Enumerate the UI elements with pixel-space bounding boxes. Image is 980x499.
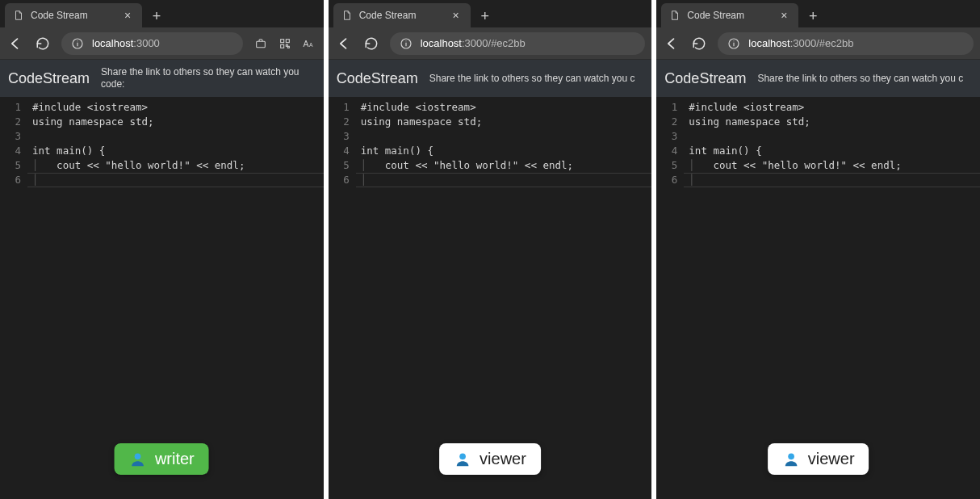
info-icon[interactable]: [71, 37, 84, 50]
briefcase-icon[interactable]: [253, 36, 269, 52]
line-number: 1: [660, 100, 677, 115]
svg-point-19: [788, 453, 794, 459]
svg-text:A: A: [303, 38, 308, 48]
line-number: 2: [3, 115, 21, 129]
svg-rect-8: [287, 46, 289, 48]
url-host: localhost: [748, 37, 789, 49]
url-input[interactable]: localhost:3000/#ec2bb: [718, 32, 974, 55]
app-logo: CodeStream: [664, 70, 746, 87]
browser-tab-bar: Code Stream×+: [656, 0, 980, 27]
role-label: viewer: [480, 450, 526, 468]
textsize-icon[interactable]: AA: [301, 36, 317, 52]
info-icon[interactable]: [727, 37, 740, 50]
new-tab-button[interactable]: +: [145, 5, 168, 27]
code-line[interactable]: [689, 129, 975, 144]
code-editor[interactable]: 123456#include <iostream>using namespace…: [656, 97, 980, 499]
url-path: :3000: [133, 37, 160, 49]
code-editor[interactable]: 123456#include <iostream>using namespace…: [329, 97, 652, 499]
code-line[interactable]: #include <iostream>: [32, 100, 319, 115]
code-line[interactable]: │: [689, 173, 975, 187]
line-number: 5: [3, 158, 21, 173]
code-line[interactable]: #include <iostream>: [361, 100, 647, 115]
svg-point-14: [405, 40, 406, 41]
code-line[interactable]: using namespace std;: [689, 115, 975, 129]
code-editor[interactable]: 123456#include <iostream>using namespace…: [0, 97, 324, 499]
code-line[interactable]: int main() {: [689, 144, 975, 158]
url-path: :3000/#ec2bb: [790, 37, 854, 49]
app-tagline: Share the link to others so they can wat…: [101, 66, 316, 90]
role-badge: viewer: [768, 443, 869, 475]
close-icon[interactable]: ×: [121, 9, 134, 22]
back-button[interactable]: [6, 35, 24, 52]
info-icon[interactable]: [400, 37, 413, 50]
file-icon: [341, 10, 353, 21]
line-gutter: 123456: [0, 97, 27, 499]
app-header: CodeStreamShare the link to others so th…: [329, 60, 652, 97]
role-badge: writer: [115, 443, 209, 475]
code-column[interactable]: #include <iostream>using namespace std;i…: [356, 97, 652, 499]
browser-tab-bar: Code Stream×+: [0, 0, 324, 27]
qr-icon[interactable]: [277, 36, 293, 52]
app-tagline: Share the link to others so they can wat…: [429, 73, 644, 85]
svg-point-18: [734, 40, 735, 41]
browser-tab-bar: Code Stream×+: [329, 0, 652, 27]
line-number: 6: [332, 173, 350, 187]
person-icon: [129, 451, 147, 468]
code-column[interactable]: #include <iostream>using namespace std;i…: [684, 97, 980, 499]
code-line[interactable]: │ cout << "hello world!" << endl;: [32, 158, 319, 173]
url-path: :3000/#ec2bb: [462, 37, 526, 49]
address-bar: localhost:3000AA: [0, 27, 324, 60]
refresh-button[interactable]: [362, 35, 380, 52]
code-line[interactable]: │ cout << "hello world!" << endl;: [689, 158, 975, 173]
code-line[interactable]: #include <iostream>: [689, 100, 975, 115]
back-button[interactable]: [335, 35, 353, 52]
role-label: viewer: [808, 450, 855, 468]
line-number: 4: [660, 144, 677, 158]
person-icon: [782, 451, 800, 468]
browser-tab[interactable]: Code Stream×: [661, 3, 798, 27]
close-icon[interactable]: ×: [777, 9, 790, 22]
line-number: 5: [660, 158, 677, 173]
code-line[interactable]: │ cout << "hello world!" << endl;: [361, 158, 647, 173]
window-pane-0: Code Stream×+localhost:3000AACodeStreamS…: [0, 0, 324, 499]
code-line[interactable]: using namespace std;: [32, 115, 319, 129]
toolbar-right: AA: [253, 36, 317, 52]
refresh-button[interactable]: [690, 35, 708, 52]
code-line[interactable]: using namespace std;: [361, 115, 647, 129]
back-button[interactable]: [663, 35, 681, 52]
line-gutter: 123456: [656, 97, 684, 499]
tab-title: Code Stream: [687, 10, 771, 21]
url-input[interactable]: localhost:3000/#ec2bb: [390, 32, 646, 55]
line-number: 2: [332, 115, 350, 129]
tab-title: Code Stream: [359, 10, 443, 21]
svg-rect-3: [256, 41, 265, 47]
new-tab-button[interactable]: +: [474, 5, 496, 27]
browser-tab[interactable]: Code Stream×: [5, 3, 142, 27]
app-header: CodeStreamShare the link to others so th…: [0, 60, 324, 97]
role-badge: viewer: [439, 443, 541, 475]
line-number: 5: [332, 158, 350, 173]
url-input[interactable]: localhost:3000: [61, 32, 243, 55]
line-number: 4: [332, 144, 350, 158]
person-icon: [454, 451, 471, 468]
code-line[interactable]: │: [32, 173, 319, 187]
code-line[interactable]: │: [361, 173, 647, 187]
refresh-button[interactable]: [34, 35, 52, 52]
tab-title: Code Stream: [31, 10, 115, 21]
code-line[interactable]: [361, 129, 647, 144]
code-column[interactable]: #include <iostream>using namespace std;i…: [27, 97, 324, 499]
line-gutter: 123456: [329, 97, 356, 499]
app-logo: CodeStream: [337, 70, 418, 87]
code-line[interactable]: int main() {: [361, 144, 647, 158]
close-icon[interactable]: ×: [450, 9, 463, 22]
code-line[interactable]: [32, 129, 319, 144]
line-number: 6: [660, 173, 677, 187]
code-line[interactable]: int main() {: [32, 144, 319, 158]
app-logo: CodeStream: [8, 70, 90, 87]
new-tab-button[interactable]: +: [802, 5, 824, 27]
window-pane-2: Code Stream×+localhost:3000/#ec2bbCodeSt…: [656, 0, 980, 499]
line-number: 4: [3, 144, 21, 158]
browser-tab[interactable]: Code Stream×: [333, 3, 471, 27]
line-number: 6: [3, 173, 21, 187]
svg-rect-4: [280, 39, 283, 42]
